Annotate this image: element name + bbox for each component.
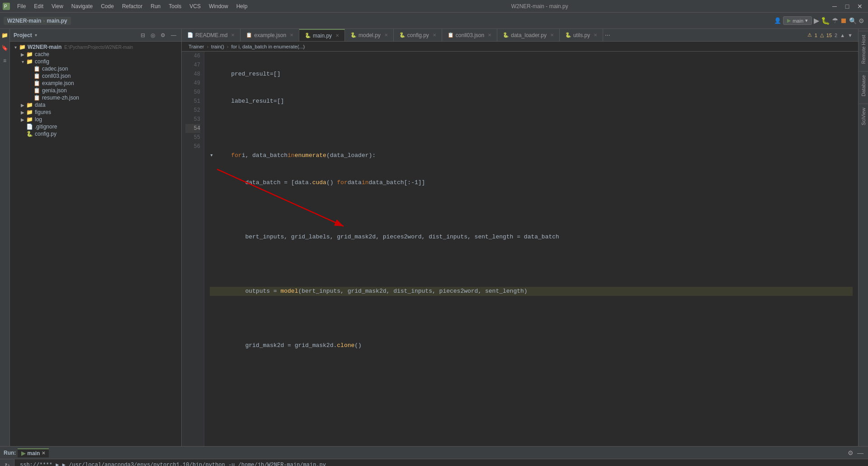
run-config-tab[interactable]: ▶ main ✕: [18, 448, 49, 457]
model-tab-close[interactable]: ✕: [384, 33, 388, 38]
hide-panel-icon[interactable]: —: [170, 32, 178, 39]
project-panel-header: Project ▾ ⊟ ◎ ⚙ —: [10, 29, 181, 42]
readme-tab-label: README.md: [195, 32, 227, 38]
code-content[interactable]: pred_result = [] label_result = [] ▾ for…: [204, 52, 858, 446]
genia-file-icon: 📋: [33, 87, 40, 94]
sidebar-icon-project[interactable]: 📁: [0, 31, 9, 40]
figures-label: figures: [35, 109, 51, 115]
readme-tab-close[interactable]: ✕: [231, 33, 235, 38]
search-everywhere-button[interactable]: 🔍: [849, 17, 857, 24]
tab-conll03[interactable]: 📋 conll03.json ✕: [442, 29, 497, 42]
settings-button[interactable]: ⚙: [859, 17, 864, 24]
tree-item-example[interactable]: 📋 example.json: [10, 80, 181, 87]
maximize-button[interactable]: □: [841, 0, 854, 13]
tree-item-data[interactable]: ▶ 📁 data: [10, 101, 181, 109]
line-numbers: 46 47 48 49 50 51 52 53 54 55 56: [182, 52, 204, 446]
code-line-46: pred_result = []: [210, 70, 853, 79]
example-tab-close[interactable]: ✕: [290, 33, 293, 38]
gear-icon[interactable]: ⚙: [159, 32, 167, 39]
run-minimize-icon[interactable]: —: [856, 448, 864, 457]
bc-train[interactable]: train(): [211, 44, 224, 49]
menu-help[interactable]: Help: [233, 2, 251, 11]
run-config-name: main: [27, 450, 40, 456]
debug-button[interactable]: 🐛: [821, 16, 830, 25]
run-settings-icon[interactable]: ⚙: [847, 448, 854, 457]
resume-file-icon: 📋: [33, 95, 40, 101]
code-editor[interactable]: 46 47 48 49 50 51 52 53 54 55 56 pred_re…: [182, 52, 858, 446]
bc-loop[interactable]: for i, data_batch in enumerate(...): [231, 44, 305, 49]
utils-tab-close[interactable]: ✕: [594, 33, 597, 38]
cache-arrow-icon: ▶: [19, 52, 26, 57]
tab-utils[interactable]: 🐍 utils.py ✕: [560, 29, 603, 42]
tab-example[interactable]: 📋 example.json ✕: [241, 29, 299, 42]
menu-code[interactable]: Code: [97, 2, 118, 11]
menu-vcs[interactable]: VCS: [186, 2, 204, 11]
menu-run[interactable]: Run: [147, 2, 164, 11]
ln-50: 50: [185, 88, 200, 97]
tab-config[interactable]: 🐍 config.py ✕: [394, 29, 442, 42]
remote-host-tab[interactable]: Remote Host: [859, 31, 868, 67]
sciview-tab[interactable]: SciView: [859, 104, 868, 129]
menu-window[interactable]: Window: [205, 2, 232, 11]
sidebar-icon-bookmarks[interactable]: 🔖: [0, 43, 9, 52]
rerun-icon[interactable]: ↻: [3, 461, 12, 466]
breadcrumb-bar: Trainer › train() › for i, data_batch in…: [182, 42, 858, 52]
project-breadcrumb[interactable]: W2NER-main › main.py: [4, 17, 71, 25]
tree-item-cadec[interactable]: 📋 cadec.json: [10, 65, 181, 72]
main-tab-close[interactable]: ✕: [335, 33, 339, 38]
menu-edit[interactable]: Edit: [30, 2, 47, 11]
ln-55: 55: [185, 133, 200, 142]
config-tab-icon: 🐍: [399, 32, 406, 38]
main-tab-icon: 🐍: [305, 33, 311, 38]
database-tab[interactable]: Database: [859, 71, 868, 100]
bc-trainer[interactable]: Trainer: [189, 44, 204, 49]
conll03-tab-close[interactable]: ✕: [488, 33, 491, 38]
collapse-all-icon[interactable]: ⊟: [139, 32, 146, 39]
tab-main[interactable]: 🐍 main.py ✕: [299, 29, 345, 42]
bc-sep-2: ›: [227, 44, 229, 49]
tab-model[interactable]: 🐍 model.py ✕: [345, 29, 394, 42]
stop-button[interactable]: ⏹: [840, 17, 847, 25]
other-count: 2: [835, 33, 837, 38]
run-button[interactable]: ▶: [814, 16, 819, 25]
close-button[interactable]: ✕: [854, 0, 866, 13]
coverage-button[interactable]: ☂: [832, 16, 838, 25]
scroll-down-icon[interactable]: ▼: [848, 33, 853, 38]
tree-item-conll03[interactable]: 📋 conll03.json: [10, 72, 181, 80]
dataloader-tab-close[interactable]: ✕: [550, 33, 554, 38]
tree-item-cache[interactable]: ▶ 📁 cache: [10, 51, 181, 58]
project-dropdown-icon[interactable]: ▾: [35, 33, 37, 38]
terminal-line-cmd: ssh://**** ▶ ▶ /usr/local/anaconda3/envs…: [20, 461, 863, 466]
config-tab-close[interactable]: ✕: [433, 33, 436, 38]
menu-file[interactable]: File: [14, 2, 29, 11]
run-tab-close[interactable]: ✕: [42, 451, 45, 456]
log-arrow-icon: ▶: [19, 117, 26, 122]
menu-navigate[interactable]: Navigate: [68, 2, 96, 11]
tab-readme[interactable]: 📄 README.md ✕: [182, 29, 241, 42]
tree-item-gitignore[interactable]: 📄 .gitignore: [10, 123, 181, 130]
tree-item-figures[interactable]: ▶ 📁 figures: [10, 109, 181, 116]
root-folder-icon: 📁: [19, 44, 26, 50]
run-config-button[interactable]: ▶ main ▾: [783, 16, 812, 25]
terminal-content[interactable]: ssh://**** ▶ ▶ /usr/local/anaconda3/envs…: [14, 459, 868, 466]
tree-item-config[interactable]: ▾ 📁 config: [10, 58, 181, 65]
menu-tools[interactable]: Tools: [165, 2, 185, 11]
locate-icon[interactable]: ◎: [149, 32, 156, 39]
tree-item-configpy[interactable]: 🐍 config.py: [10, 130, 181, 138]
tree-root[interactable]: ▾ 📁 W2NER-main E:\PycharmProjects\W2NER-…: [10, 43, 181, 51]
sidebar-icon-structure[interactable]: ≡: [0, 56, 9, 65]
avatar-icon[interactable]: 👤: [774, 17, 781, 24]
gitignore-file-icon: 📄: [26, 124, 33, 130]
config-label: config: [35, 58, 49, 65]
tab-overflow[interactable]: ⋯: [603, 32, 612, 38]
tab-bar: 📄 README.md ✕ 📋 example.json ✕ 🐍 main.py…: [182, 29, 858, 42]
menu-refactor[interactable]: Refactor: [118, 2, 146, 11]
minimize-button[interactable]: ─: [828, 0, 841, 13]
tree-item-resume[interactable]: 📋 resume-zh.json: [10, 94, 181, 101]
tree-item-log[interactable]: ▶ 📁 log: [10, 116, 181, 123]
tab-dataloader[interactable]: 🐍 data_loader.py ✕: [497, 29, 560, 42]
run-panel-icons: ⚙ —: [847, 448, 864, 457]
scroll-up-icon[interactable]: ▲: [840, 33, 845, 38]
tree-item-genia[interactable]: 📋 genia.json: [10, 87, 181, 94]
menu-view[interactable]: View: [48, 2, 67, 11]
